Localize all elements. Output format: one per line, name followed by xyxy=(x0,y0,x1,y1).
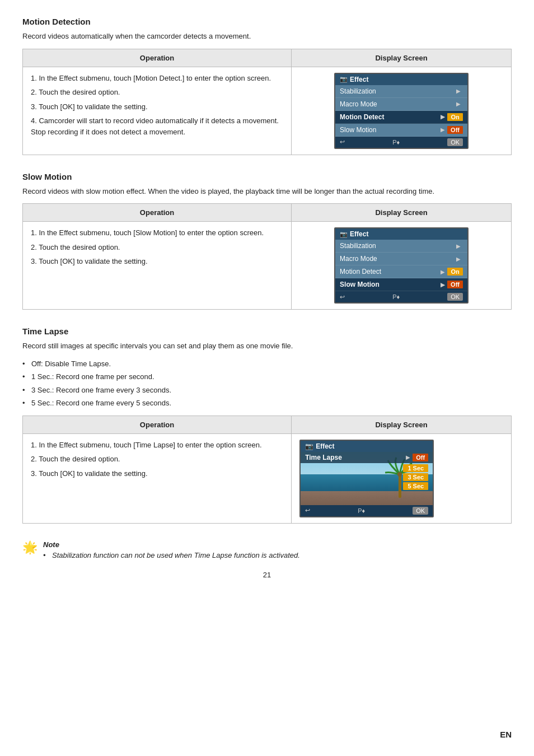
time-lapse-title: Time Lapse xyxy=(22,326,512,336)
arrow-icon: ▶ xyxy=(441,282,445,288)
slow-motion-operations: 1. In the Effect submenu, touch [Slow Mo… xyxy=(23,222,292,310)
op-item: 2. Touch the desired option. xyxy=(31,454,283,465)
svg-rect-0 xyxy=(399,474,401,498)
slow-motion-op-list: 1. In the Effect submenu, touch [Slow Mo… xyxy=(31,227,283,267)
tl-opt-5sec: 5 Sec xyxy=(403,482,428,490)
op-item: 4. Camcorder will start to record video … xyxy=(31,115,283,137)
op-item: 1. In the Effect submenu, touch [Slow Mo… xyxy=(31,227,283,239)
time-lapse-desc: Record still images at specific interval… xyxy=(22,340,512,352)
svg-point-1 xyxy=(397,472,402,477)
motion-detection-desc: Record videos automatically when the cam… xyxy=(22,31,512,42)
ds-title-2: 📷 Effect xyxy=(335,228,467,240)
note-icon: 🌟 xyxy=(22,540,38,555)
motion-detect-op-list: 1. In the Effect submenu, touch [Motion … xyxy=(31,73,283,138)
tl-arrow-icon: ▶ xyxy=(406,454,410,460)
camera-icon: 📷 xyxy=(305,442,313,450)
ds-item-label: Macro Mode xyxy=(340,255,454,263)
bullet-item: 1 Sec.: Record one frame per second. xyxy=(22,371,512,382)
time-lapse-display: 📷 Effect xyxy=(292,433,512,523)
ds-item-label: Motion Detect xyxy=(340,268,438,276)
display-header-1: Display Screen xyxy=(292,49,512,67)
time-lapse-operations: 1. In the Effect submenu, touch [Time La… xyxy=(23,433,292,523)
op-item: 3. Touch [OK] to validate the setting. xyxy=(31,256,283,267)
tl-row-overlay: Time Lapse ▶ Off xyxy=(301,452,433,463)
time-lapse-table: Operation Display Screen 1. In the Effec… xyxy=(22,416,512,524)
ds-title-label-2: Effect xyxy=(350,230,368,238)
p-icon: P♦ xyxy=(392,139,400,146)
time-lapse-bullets: Off: Disable Time Lapse. 1 Sec.: Record … xyxy=(22,358,512,409)
ds-title-label-1: Effect xyxy=(350,76,368,83)
tl-opt-3sec: 3 Sec xyxy=(403,473,428,481)
ds-tl-title: 📷 Effect xyxy=(301,441,433,452)
page-number: 21 xyxy=(263,571,271,579)
op-item: 3. Touch [OK] to validate the setting. xyxy=(31,468,283,479)
operation-header-2: Operation xyxy=(23,204,292,222)
ds-item-value: Off xyxy=(447,281,463,288)
ds-menu-item-slowmotion-1: Slow Motion ▶ Off xyxy=(335,124,467,137)
slow-motion-section: Slow Motion Record videos with slow moti… xyxy=(22,172,512,310)
tl-row-label: Time Lapse xyxy=(305,454,404,461)
ds-menu-item-motiondetect-2: Motion Detect ▶ On xyxy=(335,265,467,278)
ds-bottom-3: ↩ P♦ OK xyxy=(301,505,433,516)
operation-header-3: Operation xyxy=(23,416,292,433)
ds-item-value: On xyxy=(447,268,463,276)
display-header-3: Display Screen xyxy=(292,416,512,433)
ds-item-label: Macro Mode xyxy=(340,100,454,108)
motion-detection-table: Operation Display Screen 1. In the Effec… xyxy=(22,49,512,155)
ok-button-3[interactable]: OK xyxy=(413,507,428,515)
camera-icon: 📷 xyxy=(340,76,348,83)
back-icon: ↩ xyxy=(340,293,345,301)
ok-button-1[interactable]: OK xyxy=(447,138,463,146)
arrow-icon: ▶ xyxy=(456,101,461,107)
ds-menu-item-macro-2: Macro Mode ▶ xyxy=(335,253,467,265)
op-item: 1. In the Effect submenu, touch [Motion … xyxy=(31,73,283,84)
language-label: EN xyxy=(500,730,512,739)
arrow-icon: ▶ xyxy=(456,243,461,249)
ds-item-value: Off xyxy=(447,126,463,134)
ds-tl-title-label: Effect xyxy=(316,442,334,450)
arrow-icon: ▶ xyxy=(441,269,445,275)
ds-item-label: Motion Detect xyxy=(340,113,438,121)
time-lapse-section: Time Lapse Record still images at specif… xyxy=(22,326,512,524)
ok-button-2[interactable]: OK xyxy=(447,293,463,301)
slow-motion-display: 📷 Effect Stabilization ▶ Macro Mode ▶ xyxy=(292,222,512,310)
tl-first-option: Off xyxy=(413,454,428,461)
p-icon: P♦ xyxy=(392,293,400,300)
ds-item-label: Slow Motion xyxy=(340,281,438,288)
motion-detect-display: 📷 Effect Stabilization ▶ Macro Mode ▶ xyxy=(292,67,512,155)
note-list: Stabilization function can not be used w… xyxy=(43,551,300,559)
arrow-icon: ▶ xyxy=(456,256,461,262)
note-section: 🌟 Note Stabilization function can not be… xyxy=(22,540,512,559)
arrow-icon: ▶ xyxy=(441,127,445,133)
ds-item-label: Slow Motion xyxy=(340,126,438,134)
display-header-2: Display Screen xyxy=(292,204,512,222)
ds-item-label: Stabilization xyxy=(340,242,454,250)
op-item: 2. Touch the desired option. xyxy=(31,87,283,98)
bullet-item: Off: Disable Time Lapse. xyxy=(22,358,512,370)
motion-detect-operations: 1. In the Effect submenu, touch [Motion … xyxy=(23,67,292,155)
ds-menu-item-slowmotion-2: Slow Motion ▶ Off xyxy=(335,278,467,291)
display-screen-1: 📷 Effect Stabilization ▶ Macro Mode ▶ xyxy=(334,73,469,149)
op-item: 2. Touch the desired option. xyxy=(31,242,283,253)
bullet-item: 3 Sec.: Record one frame every 3 seconds… xyxy=(22,385,512,396)
ds-menu-item-macro-1: Macro Mode ▶ xyxy=(335,98,467,111)
landscape-image: Time Lapse ▶ Off 1 Sec 3 Sec 5 Sec xyxy=(301,452,433,505)
back-icon: ↩ xyxy=(305,507,310,514)
footer: 21 xyxy=(22,571,512,579)
slow-motion-table: Operation Display Screen 1. In the Effec… xyxy=(22,203,512,310)
ds-menu-1: Stabilization ▶ Macro Mode ▶ Motion Dete… xyxy=(335,85,467,137)
ds-item-label: Stabilization xyxy=(340,87,454,95)
note-content: Note Stabilization function can not be u… xyxy=(43,540,300,559)
ds-bottom-1: ↩ P♦ OK xyxy=(335,137,467,148)
op-item: 3. Touch [OK] to validate the setting. xyxy=(31,101,283,113)
camera-icon: 📷 xyxy=(340,231,348,238)
motion-detection-title: Motion Detection xyxy=(22,17,512,26)
slow-motion-desc: Record videos with slow motion effect. W… xyxy=(22,186,512,197)
ds-item-value: On xyxy=(447,113,463,121)
arrow-icon: ▶ xyxy=(456,88,461,94)
back-icon: ↩ xyxy=(340,138,345,146)
motion-detection-section: Motion Detection Record videos automatic… xyxy=(22,17,512,155)
ds-title-1: 📷 Effect xyxy=(335,74,467,85)
ds-menu-item-motiondetect-1: Motion Detect ▶ On xyxy=(335,111,467,124)
bullet-item: 5 Sec.: Record one frame every 5 seconds… xyxy=(22,398,512,409)
